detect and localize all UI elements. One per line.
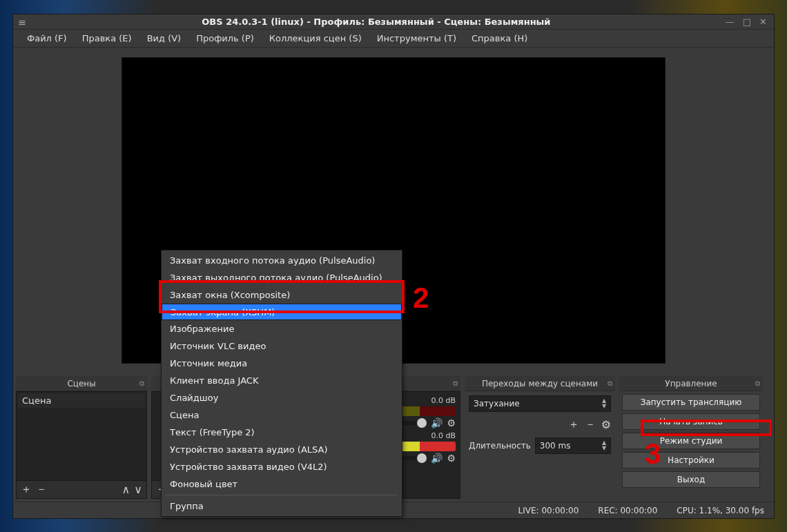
transitions-body: Затухание ▲▼ ＋ － ⚙ Длительность 300 ms ▲… (465, 391, 615, 499)
transition-selected: Затухание (474, 399, 520, 408)
popout-icon[interactable]: ⧉ (608, 380, 612, 388)
move-down-icon[interactable]: ∨ (134, 483, 142, 496)
duration-label: Длительность (469, 441, 531, 451)
ctx-item-text-freetype[interactable]: Текст (FreeType 2) (162, 424, 402, 441)
ctx-item-slideshow[interactable]: Слайдшоу (162, 389, 402, 406)
speaker-icon[interactable]: 🔊 (431, 453, 443, 464)
duration-value: 300 ms (540, 441, 571, 451)
ctx-item-vlc-source[interactable]: Источник VLC видео (162, 337, 402, 355)
app-menu-icon[interactable]: ≡ (13, 17, 27, 27)
gear-icon[interactable]: ⚙ (601, 418, 611, 431)
popout-icon[interactable]: ⧉ (139, 380, 144, 388)
menu-view[interactable]: Вид (V) (140, 30, 188, 46)
menubar: Файл (F) Правка (E) Вид (V) Профиль (P) … (13, 30, 774, 48)
menu-profile[interactable]: Профиль (P) (189, 30, 261, 46)
popout-icon[interactable]: ⧉ (453, 380, 458, 388)
add-icon[interactable]: ＋ (21, 482, 32, 497)
scenes-header: Сцены ⧉ (16, 376, 147, 391)
ctx-item-jack-client[interactable]: Клиент ввода JACK (162, 372, 402, 389)
status-rec: REC: 00:00:00 (598, 506, 657, 515)
channel-db: 0.0 dB (431, 396, 456, 405)
duration-input[interactable]: 300 ms ▲▼ (535, 437, 611, 454)
transitions-dock: Переходы между сценами ⧉ Затухание ▲▼ ＋ … (465, 376, 615, 499)
ctx-item-group[interactable]: Группа (162, 497, 402, 515)
menu-tools[interactable]: Инструменты (T) (370, 30, 463, 46)
scenes-tools: ＋ － ∧ ∨ (16, 481, 147, 499)
status-cpu: CPU: 1.1%, 30.00 fps (677, 506, 764, 515)
transition-select[interactable]: Затухание ▲▼ (469, 395, 611, 412)
settings-button[interactable]: Настройки (622, 452, 760, 469)
controls-dock: Управление ⧉ Запустить трансляцию Начать… (619, 376, 763, 499)
ctx-item-window-capture[interactable]: Захват окна (Xcomposite) (162, 286, 402, 304)
ctx-item-audio-input-pulse[interactable]: Захват входного потока аудио (PulseAudio… (162, 252, 402, 269)
ctx-item-image[interactable]: Изображение (162, 320, 402, 337)
controls-title: Управление (665, 379, 717, 388)
controls-body: Запустить трансляцию Начать запись Режим… (619, 391, 763, 499)
menu-file[interactable]: Файл (F) (20, 30, 74, 46)
scene-item[interactable]: Сцена (18, 393, 145, 408)
exit-button[interactable]: Выход (622, 471, 760, 488)
scenes-title: Сцены (67, 379, 95, 388)
popout-icon[interactable]: ⧉ (755, 380, 760, 388)
maximize-icon[interactable]: □ (743, 17, 751, 27)
ctx-item-audio-capture-alsa[interactable]: Устройство захвата аудио (ALSA) (162, 441, 402, 458)
scenes-dock: Сцены ⧉ Сцена ＋ － ∧ ∨ (16, 376, 147, 499)
channel-db: 0.0 dB (431, 431, 456, 440)
transitions-header: Переходы между сценами ⧉ (465, 376, 615, 391)
scenes-list[interactable]: Сцена (16, 391, 147, 481)
add-source-context-menu: Захват входного потока аудио (PulseAudio… (161, 250, 402, 517)
ctx-item-audio-output-pulse[interactable]: Захват выходного потока аудио (PulseAudi… (162, 269, 402, 286)
window-title: OBS 24.0.3-1 (linux) - Профиль: Безымянн… (27, 17, 726, 27)
status-live: LIVE: 00:00:00 (518, 506, 579, 515)
transitions-title: Переходы между сценами (482, 379, 598, 388)
minimize-icon[interactable]: — (726, 17, 735, 27)
remove-icon[interactable]: － (36, 482, 47, 497)
chevron-updown-icon: ▲▼ (599, 397, 609, 410)
ctx-item-color-source[interactable]: Фоновый цвет (162, 475, 402, 493)
menu-help[interactable]: Справка (H) (465, 30, 534, 46)
ctx-item-video-capture-v4l2[interactable]: Устройство захвата видео (V4L2) (162, 458, 402, 475)
titlebar: ≡ OBS 24.0.3-1 (linux) - Профиль: Безымя… (13, 14, 774, 30)
ctx-item-scene[interactable]: Сцена (162, 406, 402, 424)
close-icon[interactable]: ✕ (759, 17, 767, 27)
start-recording-button[interactable]: Начать запись (622, 413, 760, 430)
gear-icon[interactable]: ⚙ (447, 453, 456, 464)
remove-icon[interactable]: － (585, 417, 596, 432)
add-icon[interactable]: ＋ (568, 417, 579, 432)
controls-header: Управление ⧉ (619, 376, 763, 391)
move-up-icon[interactable]: ∧ (122, 483, 130, 496)
menu-edit[interactable]: Правка (E) (75, 30, 139, 46)
stepper-icon[interactable]: ▲▼ (599, 440, 609, 452)
ctx-separator (166, 495, 398, 495)
ctx-item-media-source[interactable]: Источник медиа (162, 355, 402, 372)
speaker-icon[interactable]: 🔊 (431, 417, 443, 428)
menu-scene-collection[interactable]: Коллекция сцен (S) (262, 30, 369, 46)
start-streaming-button[interactable]: Запустить трансляцию (622, 394, 760, 411)
gear-icon[interactable]: ⚙ (447, 417, 456, 428)
ctx-item-screen-capture[interactable]: Захват экрана (XSHM) (162, 304, 402, 320)
studio-mode-button[interactable]: Режим студии (622, 433, 760, 449)
